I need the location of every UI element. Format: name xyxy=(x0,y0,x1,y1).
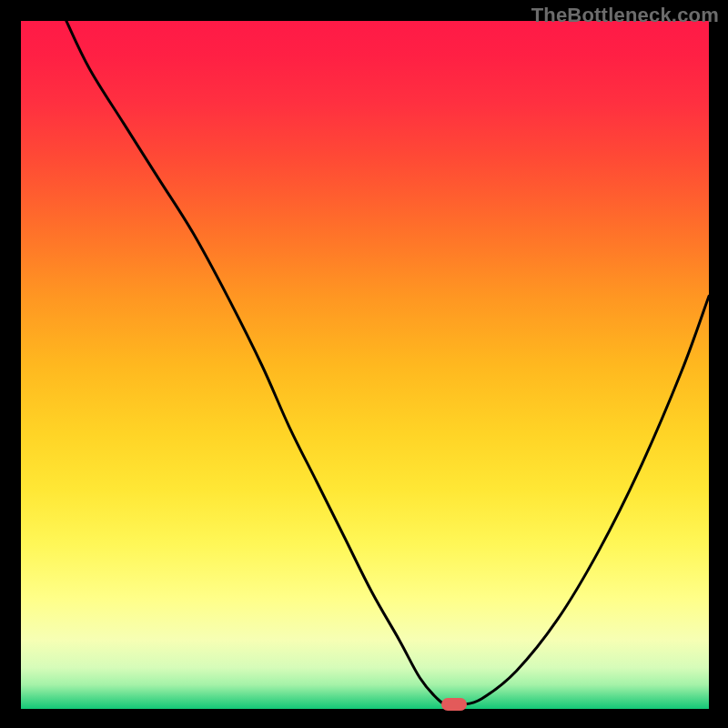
plot-area xyxy=(21,21,709,709)
optimal-point-marker xyxy=(441,698,467,711)
watermark-text: TheBottleneck.com xyxy=(531,4,719,27)
bottleneck-curve-chart xyxy=(21,21,709,709)
chart-frame: TheBottleneck.com xyxy=(0,0,728,728)
